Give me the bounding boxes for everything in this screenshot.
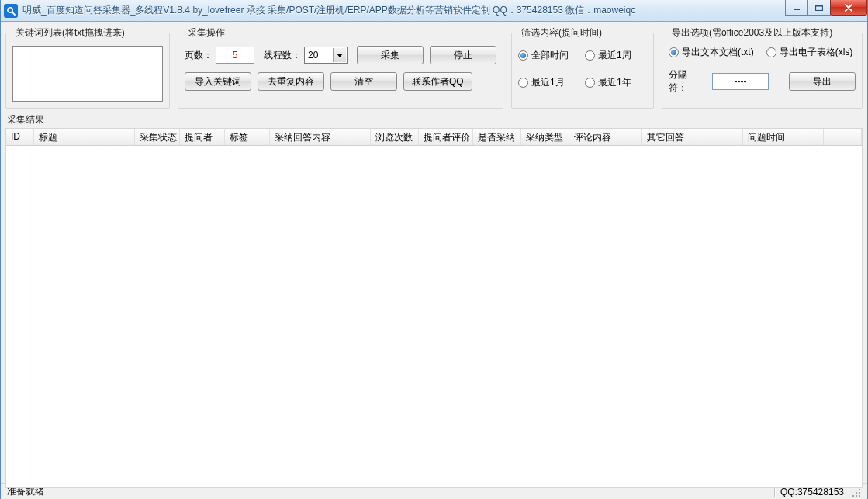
- results-table[interactable]: ID 标题 采集状态 提问者 标签 采纳回答内容 浏览次数 提问者评价 是否采纳…: [5, 128, 863, 488]
- window-controls: [786, 0, 867, 16]
- radio-icon: [518, 78, 528, 88]
- col-other-answers[interactable]: 其它回答: [642, 129, 743, 145]
- col-asker[interactable]: 提问者: [180, 129, 225, 145]
- export-radio-txt[interactable]: 导出文本文档(txt): [669, 46, 754, 59]
- stop-button[interactable]: 停止: [430, 46, 496, 64]
- group-ops: 采集操作 页数： 5 线程数： 20 采集 停止 导入关键词 去重复内容 清空 …: [178, 26, 503, 109]
- clear-button[interactable]: 清空: [330, 72, 397, 91]
- threads-select[interactable]: 20: [304, 47, 348, 64]
- col-views[interactable]: 浏览次数: [371, 129, 419, 145]
- results-label: 采集结果: [7, 113, 863, 126]
- col-status[interactable]: 采集状态: [135, 129, 180, 145]
- radio-icon: [518, 50, 528, 61]
- svg-rect-2: [794, 9, 800, 10]
- contact-author-button[interactable]: 联系作者QQ: [403, 72, 472, 91]
- threads-label: 线程数：: [264, 49, 301, 62]
- svg-rect-4: [816, 5, 823, 6]
- table-body: [6, 146, 862, 487]
- col-accept-type[interactable]: 采纳类型: [521, 129, 569, 145]
- maximize-button[interactable]: [807, 0, 831, 16]
- col-tags[interactable]: 标签: [225, 129, 270, 145]
- col-comments[interactable]: 评论内容: [569, 129, 642, 145]
- radio-icon: [766, 47, 776, 57]
- filter-radio-1m[interactable]: 最近1月: [518, 76, 580, 89]
- group-filter-legend: 筛选内容(提问时间): [518, 26, 605, 40]
- group-export: 导出选项(需office2003及以上版本支持) 导出文本文档(txt) 导出电…: [662, 26, 863, 109]
- export-radio-xls[interactable]: 导出电子表格(xls): [766, 46, 853, 59]
- import-keywords-button[interactable]: 导入关键词: [185, 72, 251, 91]
- separator-input[interactable]: ----: [712, 73, 769, 90]
- keyword-textarea[interactable]: [12, 46, 163, 102]
- threads-value: 20: [308, 50, 318, 61]
- pages-label: 页数：: [185, 49, 213, 62]
- filter-radio-1y[interactable]: 最近1年: [585, 76, 647, 89]
- titlebar: 明威_百度知道问答采集器_多线程V1.8.4 by_lovefreer 承接 采…: [1, 0, 867, 22]
- col-rating[interactable]: 提问者评价: [419, 129, 473, 145]
- table-header: ID 标题 采集状态 提问者 标签 采纳回答内容 浏览次数 提问者评价 是否采纳…: [6, 129, 862, 146]
- export-radio-xls-label: 导出电子表格(xls): [780, 46, 853, 59]
- group-export-legend: 导出选项(需office2003及以上版本支持): [669, 26, 835, 40]
- filter-radio-all[interactable]: 全部时间: [518, 49, 580, 62]
- group-filter: 筛选内容(提问时间) 全部时间 最近1周 最近1月 最近1年: [511, 26, 654, 109]
- minimize-button[interactable]: [785, 0, 808, 16]
- col-is-accepted[interactable]: 是否采纳: [473, 129, 521, 145]
- col-question-time[interactable]: 问题时间: [743, 129, 824, 145]
- filter-radio-all-label: 全部时间: [531, 49, 569, 62]
- close-button[interactable]: [830, 0, 867, 16]
- radio-icon: [585, 50, 595, 61]
- collect-button[interactable]: 采集: [357, 46, 424, 64]
- group-keywords-legend: 关键词列表(将txt拖拽进来): [12, 26, 128, 40]
- dedupe-button[interactable]: 去重复内容: [258, 72, 324, 91]
- pages-input[interactable]: 5: [216, 47, 254, 64]
- filter-radio-1m-label: 最近1月: [531, 76, 565, 89]
- export-radio-txt-label: 导出文本文档(txt): [682, 46, 754, 59]
- group-keywords: 关键词列表(将txt拖拽进来): [5, 26, 170, 109]
- window-title: 明威_百度知道问答采集器_多线程V1.8.4 by_lovefreer 承接 采…: [22, 4, 635, 17]
- filter-radio-1w[interactable]: 最近1周: [585, 49, 647, 62]
- export-button[interactable]: 导出: [789, 72, 856, 91]
- svg-line-1: [12, 12, 15, 15]
- separator-label: 分隔符：: [669, 68, 703, 95]
- col-accepted-answer[interactable]: 采纳回答内容: [270, 129, 371, 145]
- filter-radio-1y-label: 最近1年: [598, 76, 631, 89]
- radio-icon: [585, 78, 595, 88]
- app-icon: [4, 4, 18, 18]
- filter-radio-1w-label: 最近1周: [598, 49, 631, 62]
- radio-icon: [669, 47, 679, 57]
- group-ops-legend: 采集操作: [185, 26, 228, 40]
- col-title[interactable]: 标题: [34, 129, 135, 145]
- col-spacer: [824, 129, 862, 145]
- col-id[interactable]: ID: [6, 129, 34, 145]
- resize-grip-icon[interactable]: [850, 487, 861, 497]
